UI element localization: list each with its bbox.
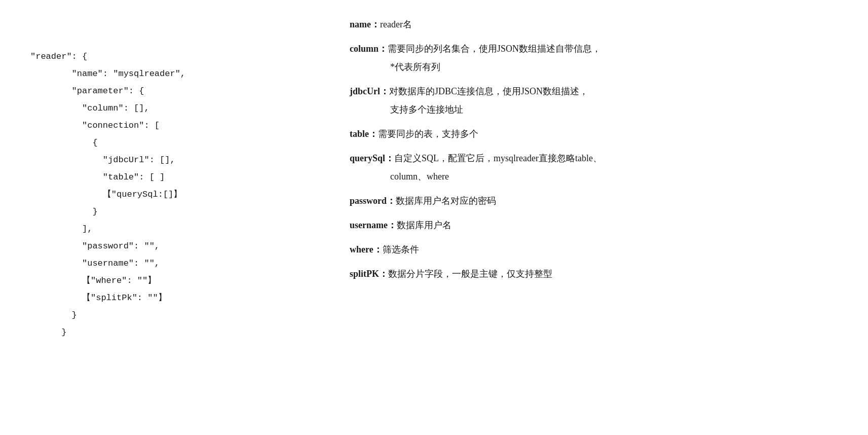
code-line: 【"where": ""】: [30, 272, 309, 289]
param-row: querySql：自定义SQL，配置它后，mysqlreader直接忽略tabl…: [350, 149, 838, 186]
param-desc: 数据分片字段，一般是主键，仅支持整型: [388, 269, 552, 279]
code-line: "parameter": {: [30, 83, 309, 100]
param-desc: 数据库用户名: [397, 220, 451, 230]
param-row: column：需要同步的列名集合，使用JSON数组描述自带信息，*代表所有列: [350, 40, 838, 76]
param-name: name：: [350, 19, 380, 29]
param-row: where：筛选条件: [350, 240, 838, 259]
code-panel: "reader": { "name": "mysqlreader", "para…: [30, 15, 309, 435]
param-desc-extra: 支持多个连接地址: [350, 100, 838, 119]
param-desc: 自定义SQL，配置它后，mysqlreader直接忽略table、: [394, 153, 602, 163]
code-line: "name": "mysqlreader",: [30, 65, 309, 83]
param-row: table：需要同步的表，支持多个: [350, 125, 838, 143]
param-desc: 筛选条件: [383, 244, 419, 255]
code-line: "connection": [: [30, 117, 309, 134]
param-name: splitPK：: [350, 269, 388, 279]
code-line: }: [30, 324, 309, 341]
code-line: "jdbcUrl": [],: [30, 152, 309, 169]
param-name: password：: [350, 196, 396, 206]
param-name: jdbcUrl：: [350, 86, 389, 96]
code-line: {: [30, 134, 309, 152]
params-panel: name：reader名column：需要同步的列名集合，使用JSON数组描述自…: [350, 15, 838, 289]
param-name: table：: [350, 129, 378, 139]
code-line: "table": [ ]: [30, 169, 309, 186]
param-row: jdbcUrl：对数据库的JDBC连接信息，使用JSON数组描述，支持多个连接地…: [350, 82, 838, 119]
code-line: 【"splitPk": ""】: [30, 289, 309, 307]
code-line: "username": "",: [30, 255, 309, 272]
code-line: ],: [30, 221, 309, 238]
param-desc-extra: *代表所有列: [350, 58, 838, 76]
param-desc: 需要同步的表，支持多个: [378, 129, 478, 139]
param-name: where：: [350, 244, 383, 255]
param-desc: 数据库用户名对应的密码: [396, 196, 496, 206]
code-block: "reader": { "name": "mysqlreader", "para…: [30, 48, 309, 341]
note-section: 注意：【】中的参数为可选参数: [30, 422, 309, 435]
param-row: password：数据库用户名对应的密码: [350, 192, 838, 210]
param-name: querySql：: [350, 153, 394, 163]
param-desc-extra: column、where: [350, 167, 838, 186]
code-line: "reader": {: [30, 48, 309, 65]
param-desc: reader名: [380, 19, 412, 29]
code-line: }: [30, 203, 309, 221]
code-line: "column": [],: [30, 100, 309, 117]
param-name: username：: [350, 220, 397, 230]
param-row: splitPK：数据分片字段，一般是主键，仅支持整型: [350, 265, 838, 283]
code-line: }: [30, 307, 309, 324]
page-container: "reader": { "name": "mysqlreader", "para…: [30, 15, 838, 435]
param-name: column：: [350, 44, 388, 54]
param-desc: 对数据库的JDBC连接信息，使用JSON数组描述，: [389, 86, 588, 96]
param-desc: 需要同步的列名集合，使用JSON数组描述自带信息，: [388, 44, 601, 54]
param-row: name：reader名: [350, 15, 838, 33]
code-line: "password": "",: [30, 238, 309, 255]
code-line: 【"querySql:[]】: [30, 186, 309, 203]
param-row: username：数据库用户名: [350, 216, 838, 234]
